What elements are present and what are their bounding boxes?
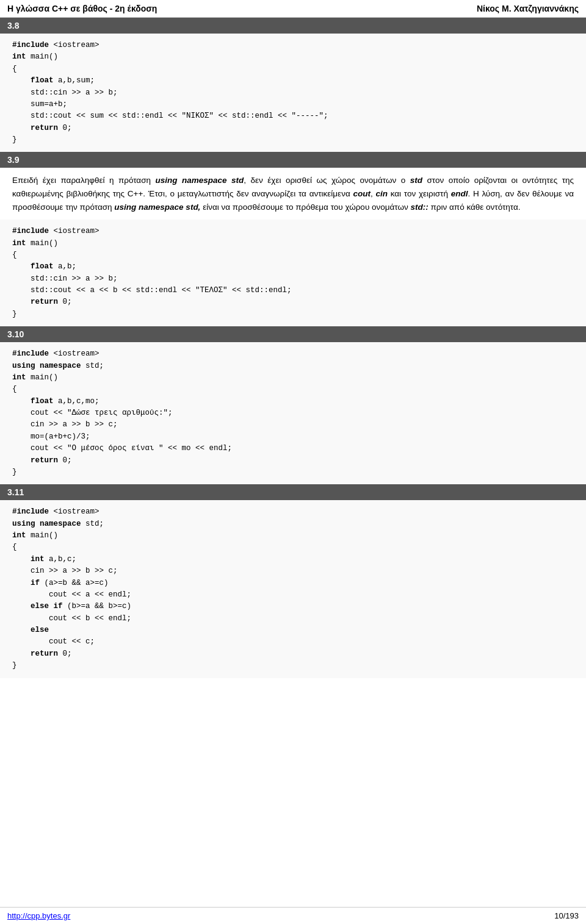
code-block-3-11: #include <iostream> using namespace std;… <box>0 500 586 678</box>
section-bar-3-9: 3.9 <box>0 152 586 168</box>
page-header: Η γλώσσα C++ σε βάθος - 2η έκδοση Νίκος … <box>0 0 586 18</box>
section-bar-3-8: 3.8 <box>0 18 586 34</box>
footer-link[interactable]: http://cpp.bytes.gr <box>7 911 70 920</box>
main-content: 3.8 #include <iostream> int main() { flo… <box>0 18 586 703</box>
section-bar-3-11: 3.11 <box>0 484 586 500</box>
book-title: Η γλώσσα C++ σε βάθος - 2η έκδοση <box>7 4 157 13</box>
code-block-3-10: #include <iostream> using namespace std;… <box>0 342 586 484</box>
footer-page: 10/193 <box>554 911 579 920</box>
text-block-3-9: Επειδή έχει παραληφθεί η πρόταση using n… <box>0 168 586 220</box>
page-footer: http://cpp.bytes.gr 10/193 <box>0 907 586 924</box>
code-block-3-9: #include <iostream> int main() { float a… <box>0 220 586 326</box>
section-bar-3-10: 3.10 <box>0 326 586 342</box>
book-author: Νίκος Μ. Χατζηγιαννάκης <box>477 4 579 13</box>
code-block-3-8: #include <iostream> int main() { float a… <box>0 34 586 152</box>
